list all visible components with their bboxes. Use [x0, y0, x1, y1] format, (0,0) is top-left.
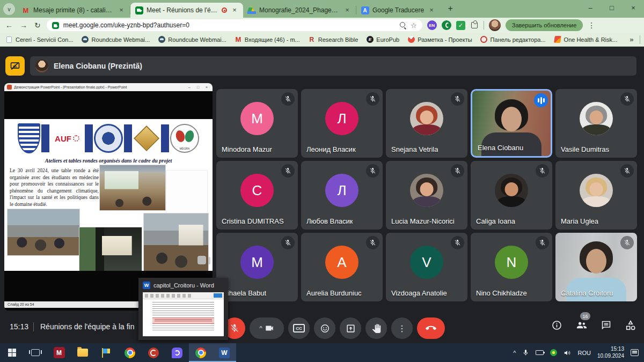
participant-name: Nino Chikhladze	[476, 289, 527, 297]
participant-tile[interactable]: Snejana Vetrila	[386, 89, 467, 158]
participants-button[interactable]: 16	[575, 319, 588, 331]
tab-meet[interactable]: Meet - Réunions de l'équip ×	[130, 3, 243, 18]
address-bar[interactable]: meet.google.com/uke-yznb-bpd?authuser=0 …	[47, 19, 422, 31]
participant-tile[interactable]: M Minodora Mazur	[216, 89, 298, 158]
profile-avatar[interactable]	[489, 19, 501, 31]
language-indicator[interactable]: ROU	[577, 350, 590, 356]
new-tab-button[interactable]: +	[443, 2, 457, 16]
close-tab-button[interactable]: ×	[230, 6, 239, 14]
tray-chevron-icon[interactable]: ^	[513, 350, 516, 356]
reload-button[interactable]: ↻	[33, 21, 42, 29]
participant-tile[interactable]: Maria Uglea	[555, 161, 637, 230]
raise-hand-button[interactable]	[365, 317, 387, 339]
chevron-up-icon[interactable]: ^	[259, 325, 262, 331]
reactions-button[interactable]	[314, 317, 335, 339]
camera-button-group[interactable]: ^	[250, 317, 284, 339]
participant-tile[interactable]: V Vizdoaga Anatolie	[386, 233, 467, 301]
taskbar-viber[interactable]	[165, 343, 189, 362]
tab-strip: v M Mesaje primite (8) - catalina.cro × …	[0, 0, 644, 18]
presentation-status-icon[interactable]	[5, 56, 25, 76]
tab-gmail[interactable]: M Mesaje primite (8) - catalina.cro ×	[17, 3, 130, 18]
taskbar-chrome[interactable]	[118, 343, 142, 362]
bookmark-roundcube-1[interactable]: Roundcube Webmai...	[82, 36, 150, 43]
bookmark-europub[interactable]: EEuroPub	[366, 36, 399, 43]
finish-update-button[interactable]: Завершить обновление	[506, 19, 583, 31]
bookmark-editor-panel[interactable]: Панель редактора...	[480, 36, 546, 43]
taskbar-chrome-active[interactable]	[189, 343, 213, 362]
taskbar-red-app[interactable]	[142, 343, 165, 362]
bookmark-roundcube-2[interactable]: Roundcube Webmai...	[158, 36, 226, 43]
extension-en-icon[interactable]: EN	[427, 20, 437, 30]
volume-icon[interactable]	[564, 349, 571, 357]
close-tab-button[interactable]: ×	[117, 6, 126, 14]
tab-translate[interactable]: A Google Traducere ×	[356, 3, 440, 18]
captions-button[interactable]: CC	[288, 317, 310, 339]
bookmark-razmetka[interactable]: Разметка - Проекты	[407, 36, 472, 43]
hand-icon	[372, 324, 381, 333]
tab-title: Meet - Réunions de l'équip	[147, 6, 218, 14]
participant-name: Maria Uglea	[561, 217, 598, 225]
participant-tile[interactable]: A Aurelia Burduniuc	[301, 233, 383, 301]
taskbar-pinned-app[interactable]	[94, 343, 118, 362]
browser-menu-icon[interactable]: ⋮	[588, 21, 595, 29]
notification-center-icon[interactable]	[631, 349, 639, 356]
task-view-button[interactable]	[24, 343, 47, 362]
bookmark-star-icon[interactable]: ☆	[411, 21, 417, 29]
meet-favicon-icon	[52, 22, 59, 29]
participant-tile-speaking[interactable]: Elena Ciobanu	[471, 89, 552, 158]
participant-tile[interactable]: Л Леонид Власик	[301, 89, 383, 158]
extension-green-icon[interactable]	[442, 20, 451, 30]
presentation-tile[interactable]: Демонстрация PowerPoint - [Presentation …	[4, 83, 213, 311]
europub-icon: E	[366, 36, 374, 43]
mic-off-icon	[620, 164, 634, 178]
participant-tile[interactable]: Lucia Mazur-Nicorici	[386, 161, 467, 230]
mic-off-icon	[451, 92, 464, 106]
participant-tile[interactable]: Л Любов Власик	[301, 161, 383, 230]
word-document-thumbnail[interactable]	[143, 292, 224, 336]
taskbar-mendeley[interactable]: M	[47, 343, 71, 362]
participant-tile[interactable]: N Nino Chikhladze	[471, 233, 552, 301]
antivirus-tray-icon[interactable]	[550, 349, 557, 356]
participant-tile[interactable]: C Cristina DUMITRAS	[216, 161, 298, 230]
chat-button[interactable]	[601, 320, 612, 331]
meeting-details-button[interactable]	[551, 320, 562, 331]
bookmarks-overflow-button[interactable]: »	[630, 35, 633, 43]
tab-search-button[interactable]: v	[3, 3, 15, 15]
bookmark-research-bible[interactable]: RResearch Bible	[308, 36, 358, 43]
bookmark-onehealth[interactable]: One Health & Risk...	[554, 36, 618, 43]
back-button[interactable]: ←	[4, 21, 14, 29]
powerpoint-titlebar: Демонстрация PowerPoint - [Presentation …	[4, 83, 213, 91]
presenter-name: Elena Ciobanu (Prezintă)	[54, 62, 142, 70]
participant-tile[interactable]: Catalina Croitoru	[555, 233, 637, 301]
start-button[interactable]	[0, 343, 24, 362]
camera-icon[interactable]	[265, 323, 274, 333]
participant-tile[interactable]: Caliga Ioana	[471, 161, 552, 230]
maximize-button[interactable]: □	[601, 0, 623, 18]
activities-button[interactable]	[625, 320, 636, 331]
participant-tile[interactable]: Vasile Dumitras	[555, 89, 637, 158]
close-tab-button[interactable]: ×	[427, 6, 436, 14]
battery-icon[interactable]	[536, 350, 544, 355]
present-screen-button[interactable]	[340, 317, 361, 339]
forward-button[interactable]: →	[19, 21, 28, 29]
more-options-button[interactable]: ⋮	[391, 317, 413, 339]
bookmark-gmail[interactable]: MВходящие (46) - m...	[235, 36, 300, 43]
extension-check-icon[interactable]: ✓	[456, 21, 465, 30]
tab-drive[interactable]: Monografie_2024_PhageLand - ×	[243, 3, 356, 18]
extensions-puzzle-icon[interactable]	[470, 21, 479, 29]
word-preview-card[interactable]: W capitol_Croitoru - Word	[138, 278, 228, 340]
avatar	[580, 174, 613, 207]
clock[interactable]: 15:13 10.09.2024	[597, 346, 624, 359]
bookmark-cereri[interactable]: Cereri - Servicii Con...	[5, 36, 74, 43]
close-tab-button[interactable]: ×	[343, 6, 352, 14]
zoom-icon[interactable]	[400, 22, 406, 28]
participants-count-badge: 16	[580, 312, 590, 320]
close-button[interactable]: ×	[623, 0, 644, 18]
taskbar-word-active[interactable]: W	[213, 343, 236, 362]
participant-tile[interactable]: M Mihaela Babut	[216, 233, 298, 301]
taskbar-file-explorer[interactable]	[71, 343, 94, 362]
end-call-button[interactable]	[417, 317, 445, 339]
tray-mic-icon[interactable]	[522, 349, 529, 356]
minimize-button[interactable]: –	[580, 0, 601, 18]
presenter-banner[interactable]: Elena Ciobanu (Prezintă)	[30, 56, 636, 76]
